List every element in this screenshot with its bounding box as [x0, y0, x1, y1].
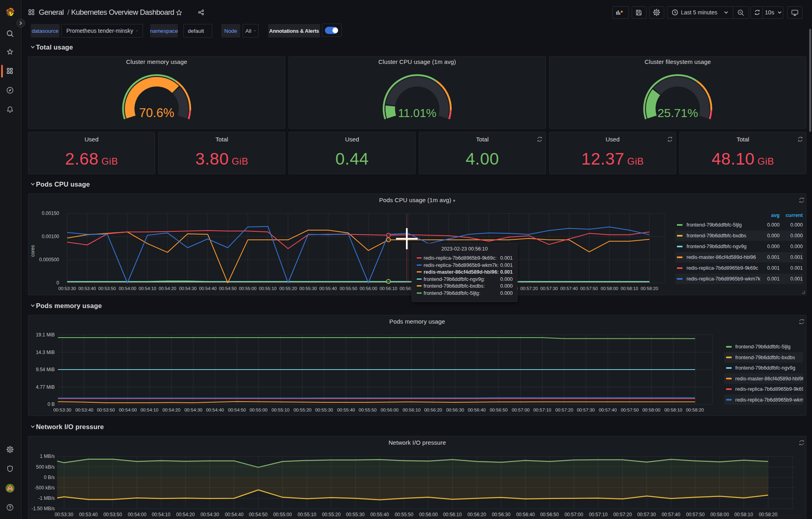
- svg-text:00:57:20: 00:57:20: [555, 407, 573, 412]
- svg-text:00:55:10: 00:55:10: [259, 286, 277, 291]
- svg-text:00:55:20: 00:55:20: [279, 286, 297, 291]
- svg-text:00:58:00: 00:58:00: [601, 286, 618, 291]
- svg-text:00:57:50: 00:57:50: [686, 512, 705, 517]
- svg-text:00:58:10: 00:58:10: [664, 407, 682, 412]
- svg-text:25.71%: 25.71%: [657, 106, 698, 119]
- svg-text:00:56:10: 00:56:10: [443, 512, 462, 517]
- svg-text:00:56:00: 00:56:00: [360, 286, 377, 291]
- svg-text:00:54:40: 00:54:40: [206, 407, 224, 412]
- svg-text:00:57:20: 00:57:20: [613, 512, 632, 517]
- svg-text:0.001: 0.001: [790, 255, 803, 260]
- svg-text:00:57:40: 00:57:40: [560, 286, 578, 291]
- svg-text:0: 0: [56, 280, 59, 286]
- svg-text:00:55:30: 00:55:30: [299, 286, 317, 291]
- svg-text:00:55:20: 00:55:20: [322, 512, 341, 517]
- svg-text:frontend-79b6ddfbfc-5ljlg: frontend-79b6ddfbfc-5ljlg: [687, 222, 742, 228]
- svg-text:00:53:50: 00:53:50: [98, 286, 116, 291]
- svg-text:00:53:30: 00:53:30: [55, 512, 74, 517]
- svg-text:00:54:30: 00:54:30: [184, 407, 202, 412]
- svg-text:00:57:30: 00:57:30: [637, 512, 656, 517]
- svg-text:00:55:10: 00:55:10: [298, 512, 316, 517]
- svg-text:00:54:00: 00:54:00: [128, 512, 147, 517]
- svg-text:-1 MB/s: -1 MB/s: [38, 495, 55, 501]
- svg-text:4.77 MiB: 4.77 MiB: [36, 384, 55, 390]
- svg-text:19.1 MiB: 19.1 MiB: [36, 332, 55, 338]
- svg-text:00:57:40: 00:57:40: [662, 512, 681, 517]
- svg-text:00:56:50: 00:56:50: [490, 407, 508, 412]
- svg-text:00:55:40: 00:55:40: [319, 286, 337, 291]
- svg-text:00:55:10: 00:55:10: [271, 407, 289, 412]
- svg-text:00:55:30: 00:55:30: [315, 407, 333, 412]
- svg-text:00:56:00: 00:56:00: [419, 512, 438, 517]
- svg-text:frontend-79b6ddfbfc-5ljlg: frontend-79b6ddfbfc-5ljlg: [735, 344, 790, 350]
- svg-text:00:54:40: 00:54:40: [199, 286, 217, 291]
- svg-text:00:56:20: 00:56:20: [424, 407, 442, 412]
- svg-text:00:57:10: 00:57:10: [589, 512, 608, 517]
- svg-text:00:58:00: 00:58:00: [710, 512, 729, 517]
- svg-text:00:55:50: 00:55:50: [340, 286, 357, 291]
- svg-text:00:54:50: 00:54:50: [228, 407, 246, 412]
- svg-text:00:58:10: 00:58:10: [734, 512, 753, 517]
- svg-text:redis-master-86cf4d589d-hbl96: redis-master-86cf4d589d-hbl96: [735, 376, 803, 382]
- svg-text:00:56:30: 00:56:30: [492, 512, 511, 517]
- svg-text:0.000: 0.000: [790, 222, 803, 228]
- svg-text:0.000500: 0.000500: [39, 257, 59, 262]
- svg-text:cores: cores: [30, 245, 36, 257]
- svg-text:00:55:40: 00:55:40: [370, 512, 389, 517]
- svg-text:00:53:40: 00:53:40: [79, 512, 98, 517]
- svg-text:00:57:00: 00:57:00: [565, 512, 583, 517]
- svg-text:frontend-79b6ddfbfc-ngv9g: frontend-79b6ddfbfc-ngv9g: [735, 365, 795, 371]
- svg-text:0 B: 0 B: [48, 402, 55, 407]
- svg-text:00:56:50: 00:56:50: [540, 512, 559, 517]
- svg-text:0.001: 0.001: [790, 276, 803, 282]
- svg-text:00:53:30: 00:53:30: [58, 286, 76, 291]
- svg-text:0.001: 0.001: [767, 265, 780, 271]
- svg-text:00:55:40: 00:55:40: [337, 407, 355, 412]
- svg-text:00:54:20: 00:54:20: [176, 512, 195, 517]
- svg-text:00:57:50: 00:57:50: [580, 286, 598, 291]
- svg-text:00:56:40: 00:56:40: [516, 512, 535, 517]
- svg-text:00:55:00: 00:55:00: [273, 512, 292, 517]
- svg-text:00:58:20: 00:58:20: [759, 512, 778, 517]
- svg-text:00:57:50: 00:57:50: [621, 407, 639, 412]
- svg-text:0.000: 0.000: [790, 233, 803, 239]
- svg-text:00:57:30: 00:57:30: [577, 407, 595, 412]
- svg-text:00:53:50: 00:53:50: [97, 407, 115, 412]
- svg-text:00:53:40: 00:53:40: [78, 286, 96, 291]
- svg-text:00:55:20: 00:55:20: [293, 407, 311, 412]
- svg-text:frontend-79b6ddfbfc-bxdbs: frontend-79b6ddfbfc-bxdbs: [735, 355, 795, 360]
- svg-text:00:53:40: 00:53:40: [75, 407, 93, 412]
- svg-text:-1.50 MB/s: -1.50 MB/s: [32, 506, 55, 511]
- svg-text:00:56:20: 00:56:20: [468, 512, 486, 517]
- svg-text:00:56:10: 00:56:10: [380, 286, 397, 291]
- svg-text:500 kB/s: 500 kB/s: [36, 464, 55, 470]
- svg-text:00:54:10: 00:54:10: [139, 286, 156, 291]
- svg-text:redis-replica-7b6d8965b9-9k69c: redis-replica-7b6d8965b9-9k69c: [687, 265, 758, 271]
- svg-text:redis-replica-7b6d8965b9-wkm7k: redis-replica-7b6d8965b9-wkm7k: [735, 397, 803, 403]
- svg-text:redis-master-86cf4d589d-hbl96: redis-master-86cf4d589d-hbl96: [687, 255, 756, 260]
- svg-text:00:54:10: 00:54:10: [152, 512, 171, 517]
- svg-text:00:55:00: 00:55:00: [239, 286, 257, 291]
- svg-text:00:56:00: 00:56:00: [380, 407, 398, 412]
- svg-text:current: current: [786, 213, 803, 218]
- svg-text:00:53:30: 00:53:30: [53, 407, 71, 412]
- svg-text:redis-replica-7b6d8965b9-9k69c: redis-replica-7b6d8965b9-9k69c: [735, 386, 803, 392]
- svg-text:frontend-79b6ddfbfc-ngv9g: frontend-79b6ddfbfc-ngv9g: [687, 244, 746, 249]
- svg-text:00:54:30: 00:54:30: [201, 512, 219, 517]
- svg-text:avg: avg: [771, 213, 780, 218]
- svg-text:00:54:50: 00:54:50: [249, 512, 268, 517]
- svg-text:0.000: 0.000: [790, 244, 803, 249]
- svg-text:00:54:20: 00:54:20: [162, 407, 180, 412]
- svg-text:0.000: 0.000: [767, 222, 780, 228]
- svg-text:redis-replica-7b6d8965b9-wkm7k: redis-replica-7b6d8965b9-wkm7k: [687, 276, 761, 282]
- svg-text:00:56:40: 00:56:40: [468, 407, 486, 412]
- svg-text:00:57:30: 00:57:30: [540, 286, 558, 291]
- svg-text:70.6%: 70.6%: [139, 106, 174, 120]
- svg-text:00:55:50: 00:55:50: [395, 512, 414, 517]
- svg-text:0.000: 0.000: [767, 233, 780, 239]
- svg-text:00:56:10: 00:56:10: [402, 407, 420, 412]
- svg-text:-500 kB/s: -500 kB/s: [34, 485, 55, 491]
- svg-text:00:54:40: 00:54:40: [225, 512, 244, 517]
- svg-text:0.001: 0.001: [767, 255, 780, 260]
- svg-text:00:55:50: 00:55:50: [358, 407, 376, 412]
